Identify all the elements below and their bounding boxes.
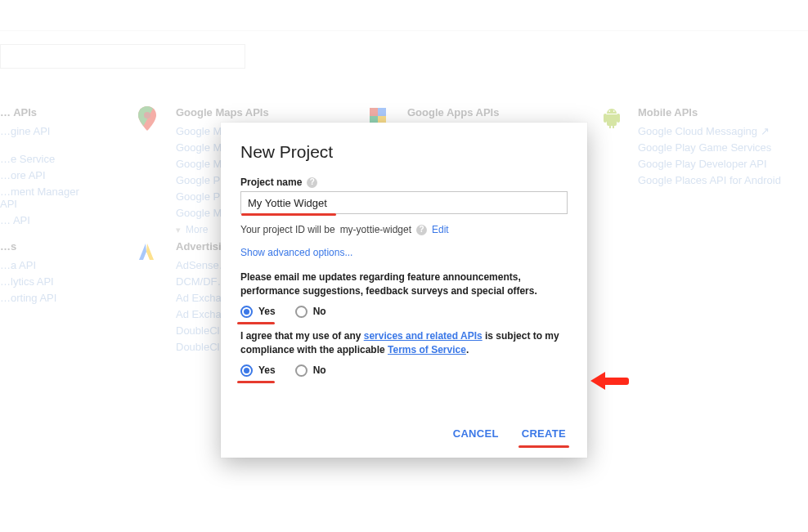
help-icon[interactable]: ? xyxy=(416,225,427,235)
annotation-arrow-icon xyxy=(590,371,633,391)
modal-title: New Project xyxy=(240,142,568,162)
radio-label: Yes xyxy=(258,306,276,317)
email-updates-radio-group: Yes No xyxy=(240,306,568,318)
new-project-modal: New Project Project name ? Your project … xyxy=(221,123,587,458)
project-id-prefix: Your project ID will be xyxy=(240,224,335,235)
radio-label: Yes xyxy=(258,364,276,376)
project-id-value: my-yottie-widget xyxy=(340,224,411,235)
project-id-row: Your project ID will be my-yottie-widget… xyxy=(240,224,568,235)
terms-of-service-link[interactable]: Terms of Service xyxy=(388,344,466,355)
tos-consent-text: I agree that my use of any services and … xyxy=(240,329,568,358)
radio-icon xyxy=(295,364,307,377)
email-yes-radio[interactable]: Yes xyxy=(240,306,276,318)
radio-label: No xyxy=(313,306,326,317)
email-updates-question: Please email me updates regarding featur… xyxy=(240,270,568,299)
annotation-underline xyxy=(237,322,275,324)
annotation-underline xyxy=(241,213,336,216)
tos-no-radio[interactable]: No xyxy=(295,364,326,377)
services-apis-link[interactable]: services and related APIs xyxy=(364,330,483,342)
project-name-label: Project name xyxy=(240,177,302,188)
tos-text: . xyxy=(466,344,469,355)
cancel-button[interactable]: CANCEL xyxy=(451,424,501,443)
radio-icon xyxy=(240,364,253,377)
tos-yes-radio[interactable]: Yes xyxy=(240,364,276,377)
tos-text: I agree that my use of any xyxy=(240,330,364,342)
modal-actions: CANCEL CREATE xyxy=(240,424,568,443)
email-no-radio[interactable]: No xyxy=(295,306,326,318)
annotation-underline xyxy=(237,381,275,383)
radio-label: No xyxy=(313,364,326,376)
help-icon[interactable]: ? xyxy=(307,177,317,188)
radio-icon xyxy=(295,306,307,318)
radio-icon xyxy=(240,306,253,318)
create-button[interactable]: CREATE xyxy=(520,424,568,443)
show-advanced-link[interactable]: Show advanced options... xyxy=(240,247,352,258)
project-name-input[interactable] xyxy=(240,191,568,214)
tos-radio-group: Yes No xyxy=(240,364,568,377)
edit-project-id-link[interactable]: Edit xyxy=(432,224,449,235)
